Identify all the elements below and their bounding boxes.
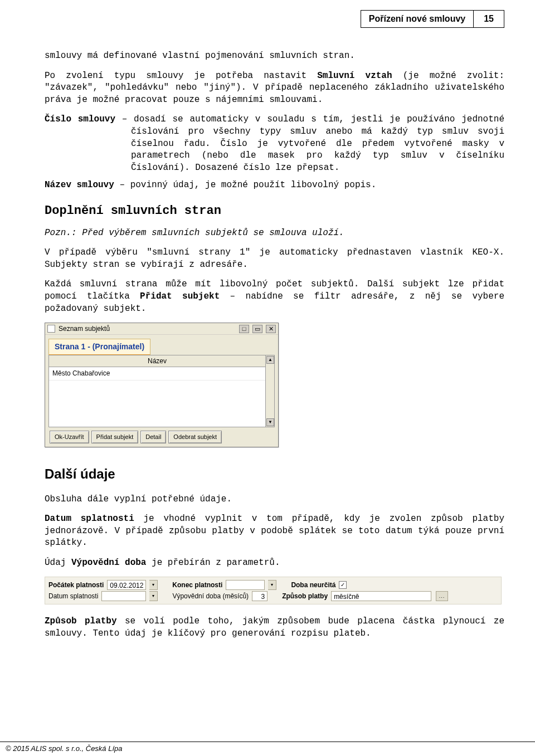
- date-dropdown-icon[interactable]: ▾: [149, 591, 158, 601]
- tab-strana1[interactable]: Strana 1 - (Pronajímatel): [48, 339, 150, 355]
- section-heading-doplneni: Doplnění smluvních stran: [45, 203, 504, 220]
- table-row[interactable]: Město Chabařovice: [49, 367, 265, 380]
- term-label: Číslo smlouvy: [45, 114, 115, 124]
- paragraph: Datum splatnosti je vhodné vyplnit v tom…: [45, 513, 504, 549]
- definition-cislo-smlouvy: Číslo smlouvy – dosadí se automaticky v …: [45, 114, 504, 174]
- term-text: – dosadí se automaticky v souladu s tím,…: [115, 114, 504, 172]
- text: Po zvolení typu smlouvy je potřeba nasta…: [45, 71, 317, 81]
- window-close-icon[interactable]: ✕: [266, 325, 276, 333]
- date-dropdown-icon[interactable]: ▾: [268, 580, 276, 590]
- window-title: Seznam subjektů: [59, 324, 110, 333]
- window-icon: [47, 325, 55, 333]
- section-heading-dalsi-udaje: Další údaje: [45, 465, 504, 483]
- paragraph: Způsob platby se volí podle toho, jakým …: [45, 616, 504, 640]
- page-footer: © 2015 ALIS spol. s r.o., Česká Lípa: [0, 742, 535, 756]
- inline-bold-term: Výpovědní doba: [71, 558, 146, 568]
- label-konec-platnosti: Konec platnosti: [172, 581, 222, 589]
- label-doba-neurcita: Doba neurčitá: [291, 581, 335, 589]
- scroll-up-icon[interactable]: ▲: [266, 356, 274, 364]
- paragraph: Každá smluvní strana může mít libovolný …: [45, 279, 504, 315]
- paragraph: Obsluha dále vyplní potřebné údaje.: [45, 494, 504, 506]
- header-title: Pořízení nové smlouvy: [361, 10, 474, 28]
- konec-platnosti-input[interactable]: [226, 580, 265, 590]
- term-text: – povinný údaj, je možné použít libovoln…: [114, 180, 376, 190]
- vypovedni-doba-input[interactable]: 3: [252, 591, 268, 601]
- validity-fields-panel: Počátek platnosti 09.02.2012▾ Konec plat…: [45, 577, 502, 604]
- column-header-nazev[interactable]: Název: [49, 355, 265, 367]
- paragraph: V případě výběru "smluvní strany 1" je a…: [45, 247, 504, 271]
- inline-bold-term: Smluvní vztah: [317, 71, 392, 81]
- detail-button[interactable]: Detail: [140, 431, 166, 443]
- window-titlebar: Seznam subjektů □ ▭ ✕: [45, 323, 278, 335]
- inline-bold-term: Datum splatnosti: [45, 514, 134, 524]
- label-datum-splatnosti: Datum splatnosti: [48, 592, 98, 601]
- pocatek-platnosti-input[interactable]: 09.02.2012: [107, 580, 146, 590]
- paragraph: smlouvy má definované vlastní pojmenován…: [45, 50, 504, 62]
- ok-close-button[interactable]: Ok-Uzavřít: [50, 431, 89, 443]
- page-header: Pořízení nové smlouvy 15: [45, 10, 504, 28]
- text: je přebírán z parametrů.: [146, 558, 280, 568]
- term-label: Název smlouvy: [45, 180, 114, 190]
- header-page-number: 15: [474, 10, 504, 28]
- scrollbar[interactable]: ▲ ▼: [265, 355, 274, 427]
- subjects-window: Seznam subjektů □ ▭ ✕ Strana 1 - (Pronaj…: [45, 323, 279, 447]
- datum-splatnosti-input[interactable]: [101, 591, 146, 601]
- label-pocatek-platnosti: Počátek platnosti: [48, 581, 104, 589]
- definition-nazev-smlouvy: Název smlouvy – povinný údaj, je možné p…: [45, 179, 504, 192]
- scroll-down-icon[interactable]: ▼: [266, 418, 274, 426]
- zpusob-platby-browse-button[interactable]: ...: [436, 591, 448, 601]
- date-dropdown-icon[interactable]: ▾: [149, 580, 158, 590]
- paragraph: Údaj Výpovědní doba je přebírán z parame…: [45, 557, 504, 569]
- label-vypovedni-doba: Výpovědní doba (měsíců): [172, 592, 249, 601]
- paragraph: Po zvolení typu smlouvy je potřeba nasta…: [45, 70, 504, 106]
- inline-bold-term: Přidat subjekt: [140, 291, 220, 301]
- text: Údaj: [45, 558, 71, 568]
- window-min-icon[interactable]: □: [239, 325, 249, 333]
- add-subject-button[interactable]: Přidat subjekt: [91, 431, 139, 443]
- note: Pozn.: Před výběrem smluvních subjektů s…: [45, 227, 504, 240]
- inline-bold-term: Způsob platby: [45, 616, 117, 626]
- doba-neurcita-checkbox[interactable]: ✓: [339, 581, 347, 589]
- label-zpusob-platby: Způsob platby: [282, 592, 328, 601]
- remove-subject-button[interactable]: Odebrat subjekt: [168, 431, 222, 443]
- subjects-grid: Název Město Chabařovice ▲ ▼: [48, 355, 275, 427]
- zpusob-platby-input[interactable]: měsíčně: [331, 591, 431, 601]
- window-max-icon[interactable]: ▭: [252, 325, 262, 333]
